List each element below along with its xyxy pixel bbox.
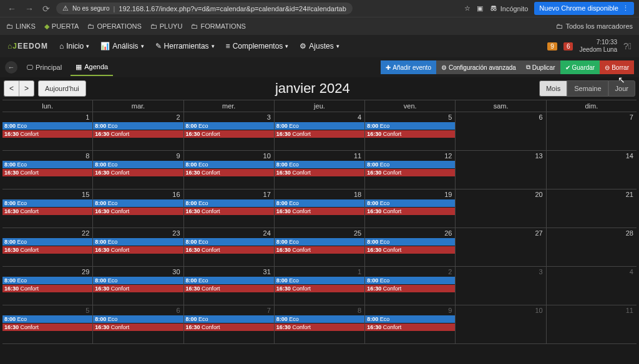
advanced-config-button[interactable]: ⚙Configuración avanzada [436,60,521,74]
event-confort[interactable]: 16:30 Confort [275,130,364,138]
calendar-day[interactable]: 158:00 Eco16:30 Confort [2,189,93,228]
calendar-day[interactable]: 6 [456,112,546,151]
event-eco[interactable]: 8:00 Eco [2,277,92,284]
calendar-day[interactable]: 308:00 Eco16:30 Confort [93,267,183,305]
save-button[interactable]: ✔Guardar [560,60,600,74]
add-event-button[interactable]: ✚Añadir evento [381,60,436,74]
event-confort[interactable]: 16:30 Confort [2,208,92,215]
event-confort[interactable]: 16:30 Confort [275,246,364,254]
bookmark-formations[interactable]: 🗀FORMATIONS [191,22,246,30]
event-confort[interactable]: 16:30 Confort [184,208,274,215]
bookmark-puerta[interactable]: ◆PUERTA [44,22,79,31]
event-eco[interactable]: 8:00 Eco [365,122,455,130]
calendar-day[interactable]: 298:00 Eco16:30 Confort [2,267,93,305]
event-eco[interactable]: 8:00 Eco [365,277,455,284]
today-button[interactable]: Aujourd'hui [38,80,86,97]
calendar-day[interactable]: 238:00 Eco16:30 Confort [93,228,183,267]
calendar-day[interactable]: 14 [547,151,637,189]
calendar-day[interactable]: 27 [456,228,546,267]
event-eco[interactable]: 8:00 Eco [365,161,455,168]
event-eco[interactable]: 8:00 Eco [184,161,274,168]
calendar-day[interactable]: 58:00 Eco16:30 Confort [365,112,456,151]
calendar-day[interactable]: 78:00 Eco16:30 Confort [184,305,275,344]
event-confort[interactable]: 16:30 Confort [275,285,364,292]
event-confort[interactable]: 16:30 Confort [93,130,183,138]
event-confort[interactable]: 16:30 Confort [93,285,183,292]
event-eco[interactable]: 8:00 Eco [184,315,274,323]
menu-analysis[interactable]: 📊Análisis▾ [100,42,144,50]
jeedom-logo[interactable]: ⌂JEEDOM [7,42,48,50]
calendar-day[interactable]: 38:00 Eco16:30 Confort [184,112,275,151]
event-eco[interactable]: 8:00 Eco [2,315,92,323]
calendar-day[interactable]: 21 [547,189,637,228]
calendar-day[interactable]: 11 [547,305,637,344]
star-icon[interactable]: ☆ [464,4,471,12]
event-confort[interactable]: 16:30 Confort [365,130,455,138]
event-eco[interactable]: 8:00 Eco [93,238,183,246]
event-eco[interactable]: 8:00 Eco [275,161,364,168]
calendar-day[interactable]: 48:00 Eco16:30 Confort [275,112,365,151]
url-bar[interactable]: ⚠ No es seguro | 192.168.1.67/index.php?… [56,2,353,14]
calendar-day[interactable]: 98:00 Eco16:30 Confort [365,305,456,344]
calendar-day[interactable]: 248:00 Eco16:30 Confort [184,228,275,267]
event-eco[interactable]: 8:00 Eco [365,199,455,207]
calendar-day[interactable]: 28:00 Eco16:30 Confort [365,267,456,305]
calendar-day[interactable]: 168:00 Eco16:30 Confort [93,189,183,228]
event-eco[interactable]: 8:00 Eco [275,199,364,207]
prev-month-button[interactable]: < [4,80,19,97]
help-icon[interactable]: ?⃝ [623,41,632,51]
event-eco[interactable]: 8:00 Eco [275,277,364,284]
panel-icon[interactable]: ▣ [477,4,483,12]
reload-icon[interactable]: ⟳ [40,2,52,15]
event-eco[interactable]: 8:00 Eco [184,277,274,284]
event-confort[interactable]: 16:30 Confort [2,130,92,138]
event-confort[interactable]: 16:30 Confort [275,323,364,331]
event-eco[interactable]: 8:00 Eco [93,199,183,207]
calendar-day[interactable]: 28 [547,228,637,267]
calendar-day[interactable]: 178:00 Eco16:30 Confort [184,189,275,228]
nav-forward-icon[interactable]: → [22,2,36,15]
calendar-day[interactable]: 198:00 Eco16:30 Confort [365,189,456,228]
calendar-day[interactable]: 20 [456,189,546,228]
calendar-day[interactable]: 268:00 Eco16:30 Confort [365,228,456,267]
duplicate-button[interactable]: ⧉Duplicar [521,60,560,74]
calendar-day[interactable]: 258:00 Eco16:30 Confort [275,228,365,267]
bookmark-pluyu[interactable]: 🗀PLUYU [150,22,183,30]
calendar-day[interactable]: 88:00 Eco16:30 Confort [275,305,365,344]
event-eco[interactable]: 8:00 Eco [93,122,183,130]
calendar-day[interactable]: 7 [547,112,637,151]
chrome-update-button[interactable]: Nuevo Chrome disponible ⋮ [534,2,634,15]
calendar-day[interactable]: 18:00 Eco16:30 Confort [2,112,93,151]
view-month-button[interactable]: Mois [539,80,567,97]
event-confort[interactable]: 16:30 Confort [93,208,183,215]
tab-agenda[interactable]: ▦Agenda [71,59,113,76]
menu-settings[interactable]: ⚙Ajustes▾ [300,42,339,50]
event-confort[interactable]: 16:30 Confort [93,169,183,176]
tab-principal[interactable]: 🖵Principal [21,60,67,75]
event-eco[interactable]: 8:00 Eco [184,238,274,246]
event-eco[interactable]: 8:00 Eco [275,315,364,323]
calendar-day[interactable]: 18:00 Eco16:30 Confort [275,267,365,305]
event-confort[interactable]: 16:30 Confort [2,323,92,331]
event-confort[interactable]: 16:30 Confort [184,285,274,292]
notification-badge-warn[interactable]: 9 [547,42,557,50]
event-confort[interactable]: 16:30 Confort [275,169,364,176]
calendar-day[interactable]: 10 [456,305,546,344]
calendar-day[interactable]: 3 [456,267,546,305]
event-confort[interactable]: 16:30 Confort [365,323,455,331]
event-confort[interactable]: 16:30 Confort [2,246,92,254]
bookmark-operations[interactable]: 🗀OPERATIONS [87,22,141,30]
calendar-day[interactable]: 188:00 Eco16:30 Confort [275,189,365,228]
calendar-day[interactable]: 108:00 Eco16:30 Confort [184,151,275,189]
event-confort[interactable]: 16:30 Confort [365,285,455,292]
event-confort[interactable]: 16:30 Confort [184,130,274,138]
event-eco[interactable]: 8:00 Eco [275,122,364,130]
event-confort[interactable]: 16:30 Confort [93,323,183,331]
event-eco[interactable]: 8:00 Eco [184,199,274,207]
calendar-day[interactable]: 98:00 Eco16:30 Confort [93,151,183,189]
event-eco[interactable]: 8:00 Eco [2,238,92,246]
event-eco[interactable]: 8:00 Eco [365,315,455,323]
delete-button[interactable]: ⊖Borrar [600,60,634,74]
event-eco[interactable]: 8:00 Eco [2,161,92,168]
calendar-day[interactable]: 68:00 Eco16:30 Confort [93,305,183,344]
